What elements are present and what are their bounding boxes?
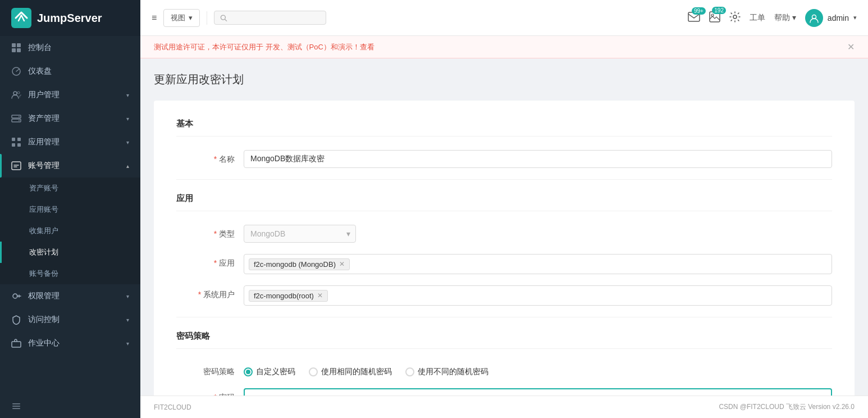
settings-button[interactable] [729, 11, 741, 24]
radio-dot-same-random [309, 367, 318, 376]
account-icon [11, 161, 21, 171]
radio-label-custom: 自定义密码 [256, 367, 295, 377]
system-user-tag-text: f2c-mongodb(root) [254, 292, 314, 300]
chevron-down-icon: ▾ [126, 293, 129, 299]
chevron-up-icon: ▴ [126, 163, 129, 169]
footer: FIT2CLOUD CSDN @FIT2CLOUD 飞致云 Version v2… [140, 396, 868, 418]
sidebar-sub-item-account-backup[interactable]: 账号备份 [0, 263, 140, 284]
view-chevron-icon: ▾ [189, 13, 193, 22]
notice-close-button[interactable]: ✕ [847, 42, 855, 52]
footer-brand: FIT2CLOUD [154, 403, 191, 411]
view-button[interactable]: 视图 ▾ [163, 9, 200, 27]
radio-same-random[interactable]: 使用相同的随机密码 [309, 367, 392, 377]
help-button[interactable]: 帮助 ▾ [774, 13, 796, 23]
svg-rect-2 [17, 43, 21, 47]
sidebar-item-label: 用户管理 [28, 90, 126, 100]
main-area: ≡ 视图 ▾ 99+ [140, 0, 868, 418]
svg-rect-21 [12, 408, 20, 410]
active-indicator [0, 154, 2, 178]
system-user-tag-input[interactable]: f2c-mongodb(root) ✕ [244, 285, 832, 306]
logo-text: JumpServer [37, 12, 102, 25]
svg-point-11 [19, 120, 20, 121]
content-area: 更新应用改密计划 基本 名称 应用 类型 MongoDB [140, 58, 868, 396]
radio-label-same-random: 使用相同的随机密码 [321, 367, 392, 377]
sidebar-item-menu[interactable] [0, 394, 140, 418]
radio-custom[interactable]: 自定义密码 [244, 367, 295, 377]
type-select[interactable]: MongoDB [244, 225, 356, 243]
logo: JumpServer [0, 0, 140, 36]
sidebar-item-perm-mgmt[interactable]: 权限管理 ▾ [0, 284, 140, 308]
chevron-down-icon: ▾ [126, 92, 129, 98]
workorder-label[interactable]: 工单 [750, 13, 765, 23]
avatar [805, 9, 823, 27]
app-label: 应用 [176, 254, 244, 269]
gear-icon [729, 11, 741, 22]
key-icon [11, 291, 21, 301]
sidebar-item-label: 控制台 [28, 43, 129, 53]
type-control: MongoDB [244, 225, 832, 243]
radio-diff-random[interactable]: 使用不同的随机密码 [405, 367, 488, 377]
sidebar-sub-item-gather-user[interactable]: 收集用户 [0, 220, 140, 242]
sidebar-item-label: 应用管理 [28, 137, 126, 147]
app-tag-close-button[interactable]: ✕ [339, 260, 345, 268]
form-row-app: 应用 f2c-mongodb (MongoDB) ✕ [176, 254, 832, 274]
app-tag-input[interactable]: f2c-mongodb (MongoDB) ✕ [244, 254, 832, 274]
form-row-password: 密码 [176, 388, 832, 396]
chevron-down-icon: ▾ [126, 317, 129, 323]
sidebar-item-asset-mgmt[interactable]: 资产管理 ▾ [0, 107, 140, 130]
search-box[interactable] [214, 11, 326, 25]
sidebar-item-user-mgmt[interactable]: 用户管理 ▾ [0, 83, 140, 107]
user-menu[interactable]: admin ▾ [805, 9, 857, 27]
sidebar-item-account-mgmt[interactable]: 账号管理 ▴ [0, 154, 140, 178]
svg-rect-1 [12, 43, 16, 47]
sidebar-item-job-center[interactable]: 作业中心 ▾ [0, 331, 140, 355]
svg-rect-13 [17, 138, 21, 141]
chart-icon [11, 66, 21, 76]
search-input[interactable] [231, 13, 320, 22]
topbar-left: ≡ 视图 ▾ [152, 9, 326, 27]
svg-point-6 [13, 92, 17, 95]
radio-group-strategy: 自定义密码 使用相同的随机密码 使用不同的随机密码 [244, 362, 832, 377]
sidebar-sub-item-change-plan[interactable]: 改密计划 [0, 242, 140, 263]
image-button[interactable]: 192 [709, 11, 720, 24]
form-row-type: 类型 MongoDB [176, 225, 832, 243]
svg-rect-15 [17, 143, 21, 147]
sidebar-item-dashboard[interactable]: 仪表盘 [0, 60, 140, 83]
sidebar-sub-item-asset-account[interactable]: 资产账号 [0, 178, 140, 199]
type-select-value: MongoDB [250, 229, 285, 238]
svg-point-22 [221, 15, 226, 20]
mail-button[interactable]: 99+ [688, 12, 700, 24]
form-row-system-user: 系统用户 f2c-mongodb(root) ✕ [176, 285, 832, 306]
topbar-right: 99+ 192 工单 帮助 ▾ [688, 9, 857, 27]
password-label: 密码 [176, 388, 244, 396]
system-user-control: f2c-mongodb(root) ✕ [244, 285, 832, 306]
section-divider-2 [176, 317, 832, 317]
sidebar-item-dashboard-main[interactable]: 控制台 [0, 36, 140, 60]
topbar: ≡ 视图 ▾ 99+ [140, 0, 868, 36]
password-input[interactable] [244, 388, 832, 396]
system-user-tag-close-button[interactable]: ✕ [317, 292, 323, 299]
chevron-down-icon: ▾ [126, 139, 129, 146]
form-card: 基本 名称 应用 类型 MongoDB [154, 101, 855, 396]
sidebar-item-app-mgmt[interactable]: 应用管理 ▾ [0, 130, 140, 154]
svg-rect-3 [12, 48, 16, 52]
strategy-control: 自定义密码 使用相同的随机密码 使用不同的随机密码 [244, 362, 832, 377]
page-title: 更新应用改密计划 [154, 72, 855, 87]
shield-icon [11, 315, 21, 325]
name-input[interactable] [244, 150, 832, 168]
hamburger-icon[interactable]: ≡ [152, 13, 157, 23]
menu-icon [11, 401, 21, 411]
grid-icon [11, 43, 21, 53]
radio-dot-custom [244, 367, 253, 376]
section-divider-1 [176, 179, 832, 180]
sidebar-item-access-ctrl[interactable]: 访问控制 ▾ [0, 308, 140, 331]
sidebar-sub-item-app-account[interactable]: 应用账号 [0, 199, 140, 220]
app-tag-text: f2c-mongodb (MongoDB) [254, 260, 336, 269]
svg-rect-18 [12, 342, 21, 347]
system-user-label: 系统用户 [176, 285, 244, 300]
image-badge: 192 [712, 7, 726, 14]
section-app-title: 应用 [176, 193, 832, 211]
notice-text: 测试用途许可证，本许可证仅用于 开发、测试（PoC）和演示！查看 [154, 42, 374, 52]
app-tag: f2c-mongodb (MongoDB) ✕ [249, 258, 350, 270]
system-user-tag: f2c-mongodb(root) ✕ [249, 290, 328, 302]
